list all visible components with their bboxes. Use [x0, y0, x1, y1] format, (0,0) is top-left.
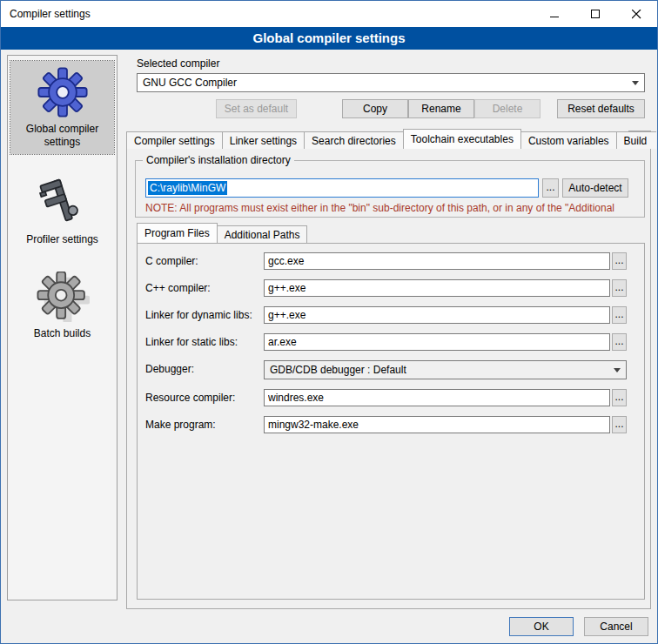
sidebar-item-label: Global compiler settings: [12, 123, 112, 149]
bin-subdirectory-note: NOTE: All programs must exist either in …: [145, 202, 638, 214]
install-dir-selected-text: C:\raylib\MinGW: [148, 181, 227, 195]
tab-compiler-settings[interactable]: Compiler settings: [126, 131, 223, 149]
dynamic-linker-browse-button[interactable]: ...: [612, 306, 627, 324]
chevron-down-icon: [614, 368, 621, 372]
set-as-default-button: Set as default: [216, 99, 297, 118]
static-linker-browse-button[interactable]: ...: [612, 333, 627, 351]
ok-button[interactable]: OK: [509, 617, 574, 636]
subtab-bar: Program Files Additional Paths: [137, 223, 306, 243]
field-label: Resource compiler:: [145, 392, 235, 404]
installation-directory-group: Compiler's installation directory C:\ray…: [135, 160, 645, 218]
field-label: Debugger:: [145, 363, 194, 375]
sidebar-item-batch-builds[interactable]: Batch builds: [10, 265, 114, 345]
maximize-button[interactable]: [575, 1, 616, 27]
debugger-select-value: GDB/CDB debugger : Default: [270, 364, 608, 376]
page-title: Global compiler settings: [1, 27, 657, 50]
field-label: Make program:: [145, 419, 216, 431]
cancel-button[interactable]: Cancel: [584, 617, 648, 636]
sidebar-item-label: Batch builds: [12, 327, 112, 340]
resource-compiler-input[interactable]: [264, 389, 610, 406]
c-compiler-browse-button[interactable]: ...: [612, 252, 627, 270]
make-program-input[interactable]: [264, 416, 610, 433]
program-files-panel: C compiler: ... C++ compiler: ... Linker…: [137, 243, 645, 600]
subtab-additional-paths[interactable]: Additional Paths: [217, 225, 308, 243]
compiler-select-value: GNU GCC Compiler: [143, 77, 627, 89]
field-label: C compiler:: [145, 255, 198, 267]
tab-build-options[interactable]: Build: [616, 131, 656, 149]
maximize-icon: [591, 10, 601, 19]
minimize-button[interactable]: [534, 1, 575, 27]
chevron-down-icon: [632, 81, 639, 85]
rename-button[interactable]: Rename: [408, 99, 474, 118]
selected-compiler-label: Selected compiler: [137, 57, 219, 70]
auto-detect-button[interactable]: Auto-detect: [562, 178, 628, 198]
delete-button: Delete: [474, 99, 540, 118]
static-linker-input[interactable]: [264, 333, 610, 351]
compiler-settings-window: Compiler settings Global compiler settin…: [0, 0, 658, 644]
window-title: Compiler settings: [1, 8, 534, 20]
c-compiler-input[interactable]: [264, 252, 610, 270]
copy-button[interactable]: Copy: [342, 99, 408, 118]
toolchain-executables-panel: Compiler's installation directory C:\ray…: [126, 148, 651, 609]
settings-category-list: Global compiler settings Profiler settin…: [7, 55, 118, 600]
sidebar-item-profiler-settings[interactable]: Profiler settings: [10, 168, 114, 252]
dynamic-linker-input[interactable]: [264, 306, 610, 324]
install-dir-input[interactable]: C:\raylib\MinGW: [145, 178, 539, 198]
install-dir-browse-button[interactable]: ...: [542, 178, 559, 198]
close-icon: [632, 10, 641, 19]
cpp-compiler-browse-button[interactable]: ...: [612, 279, 627, 297]
close-button[interactable]: [616, 1, 657, 27]
minimize-icon: [550, 10, 560, 19]
subtab-program-files[interactable]: Program Files: [137, 223, 218, 243]
reset-defaults-button[interactable]: Reset defaults: [557, 99, 645, 118]
sidebar-item-label: Profiler settings: [12, 233, 112, 246]
installation-directory-group-title: Compiler's installation directory: [143, 154, 294, 166]
tab-toolchain-executables[interactable]: Toolchain executables: [403, 129, 521, 149]
field-label: C++ compiler:: [145, 282, 211, 294]
tab-custom-variables[interactable]: Custom variables: [520, 131, 617, 149]
titlebar: Compiler settings: [1, 1, 657, 27]
gear-icon: [36, 67, 90, 117]
sidebar-item-global-compiler-settings[interactable]: Global compiler settings: [10, 61, 114, 154]
resource-compiler-browse-button[interactable]: ...: [612, 389, 627, 406]
profiler-icon: [38, 174, 87, 228]
batch-gear-icon: [36, 272, 90, 322]
tab-search-directories[interactable]: Search directories: [304, 131, 404, 149]
field-label: Linker for dynamic libs:: [145, 309, 252, 321]
tab-linker-settings[interactable]: Linker settings: [222, 131, 305, 149]
field-label: Linker for static libs:: [145, 336, 238, 348]
tab-bar: Compiler settings Linker settings Search…: [126, 129, 655, 149]
cpp-compiler-input[interactable]: [264, 279, 610, 297]
compiler-select[interactable]: GNU GCC Compiler: [137, 73, 645, 92]
debugger-select[interactable]: GDB/CDB debugger : Default: [264, 360, 627, 379]
make-program-browse-button[interactable]: ...: [612, 416, 627, 433]
